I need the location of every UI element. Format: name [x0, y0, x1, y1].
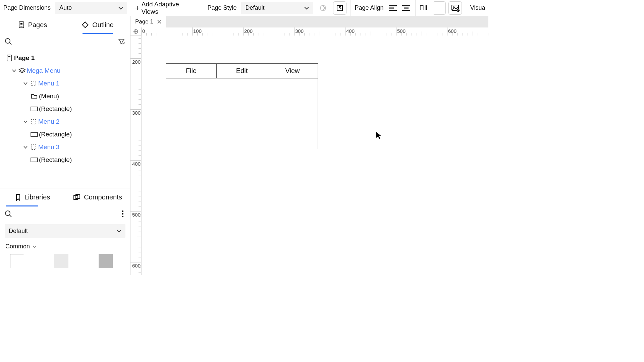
fill-label: Fill	[420, 4, 427, 11]
outline-tab[interactable]: Outline	[65, 16, 130, 34]
close-icon[interactable]	[157, 20, 161, 24]
outline-toolbar	[0, 34, 130, 50]
outline-item-menu-shape[interactable]: (Menu)	[3, 90, 127, 103]
library-select-value: Default	[9, 228, 28, 235]
page-dimensions-label: Page Dimensions	[3, 4, 51, 11]
swatch-box-light[interactable]	[54, 254, 68, 268]
canvas-tab-edit[interactable]: Edit	[217, 64, 267, 78]
page-tab-label: Page 1	[135, 18, 153, 25]
outline-item-rectangle[interactable]: (Rectangle)	[3, 128, 127, 141]
caret-down-icon[interactable]	[22, 145, 29, 149]
page-tabstrip: Page 1	[130, 16, 488, 27]
page-style-inherit-icon[interactable]	[317, 1, 330, 15]
canvas-tab-label: View	[285, 67, 300, 74]
outline-item-rectangle[interactable]: (Rectangle)	[3, 103, 127, 115]
outline-root-label: Page 1	[14, 54, 35, 62]
rectangle-icon	[30, 107, 39, 111]
outline-item-label: (Rectangle)	[39, 105, 72, 113]
canvas-tab-file[interactable]: File	[166, 64, 217, 78]
svg-point-18	[5, 39, 10, 43]
svg-rect-17	[83, 22, 88, 28]
library-swatches	[0, 252, 130, 275]
svg-point-37	[122, 216, 123, 217]
canvas-tab-label: File	[186, 67, 197, 74]
canvas[interactable]: File Edit View	[141, 36, 488, 275]
top-toolbar: Page Dimensions Auto + Add Adaptive View…	[0, 0, 488, 16]
svg-rect-25	[31, 81, 36, 86]
selection-group-icon	[29, 144, 38, 150]
page-style-select[interactable]: Default	[241, 2, 313, 14]
library-toolbar	[0, 206, 130, 222]
outline-item-menu-2[interactable]: Menu 2	[3, 115, 127, 128]
fill-image-button[interactable]	[448, 1, 462, 15]
page-style-label: Page Style	[207, 4, 236, 11]
main-area: Page 1 0100200300400500600 2003004005006…	[130, 16, 488, 275]
outline-tab-label: Outline	[92, 21, 113, 29]
search-icon[interactable]	[3, 208, 14, 220]
chevron-down-icon	[118, 6, 123, 10]
ruler-h-label: 0	[142, 28, 145, 34]
ruler-vertical[interactable]: 200300400500600	[130, 36, 141, 275]
pages-tab-label: Pages	[28, 21, 47, 29]
page-style-value: Default	[245, 4, 264, 11]
outline-item-mega-menu[interactable]: Mega Menu	[3, 64, 127, 77]
outline-item-label: (Rectangle)	[39, 131, 72, 138]
visual-label-fragment: Visua	[470, 4, 485, 11]
toolbar-separator	[351, 0, 351, 16]
more-icon[interactable]	[118, 208, 127, 220]
ruler-horizontal[interactable]: 0100200300400500600	[141, 27, 488, 36]
add-adaptive-views-button[interactable]: + Add Adaptive Views	[133, 2, 199, 14]
library-select[interactable]: Default	[5, 224, 125, 238]
svg-point-33	[5, 211, 10, 216]
canvas-tab-label: Edit	[236, 67, 248, 74]
library-section-heading[interactable]: Common	[0, 240, 130, 252]
svg-rect-27	[31, 119, 36, 124]
frame-origin-button[interactable]	[333, 1, 346, 15]
swatch-box-filled[interactable]	[99, 254, 113, 268]
search-icon[interactable]	[3, 36, 14, 47]
chevron-down-icon	[117, 229, 121, 233]
library-tabs: Libraries Components	[0, 188, 130, 206]
ruler-v-label: 500	[131, 212, 141, 218]
svg-marker-24	[19, 68, 25, 71]
canvas-tab-view[interactable]: View	[267, 64, 318, 78]
page-tab[interactable]: Page 1	[130, 16, 166, 27]
outline-item-label: Menu 2	[38, 118, 59, 125]
swatch-box-outline[interactable]	[10, 254, 24, 268]
ruler-origin[interactable]	[130, 27, 141, 36]
components-tab[interactable]: Components	[65, 188, 130, 206]
svg-point-35	[122, 210, 123, 212]
svg-line-20	[123, 43, 125, 44]
library-section-label: Common	[5, 243, 30, 250]
outline-item-menu-1[interactable]: Menu 1	[3, 77, 127, 90]
rectangle-icon	[30, 158, 39, 162]
caret-down-icon[interactable]	[22, 120, 29, 123]
outline-item-label: (Rectangle)	[39, 156, 72, 164]
libraries-tab[interactable]: Libraries	[0, 188, 65, 206]
svg-line-19	[9, 43, 11, 45]
outline-item-label: Mega Menu	[27, 67, 60, 74]
libraries-tab-label: Libraries	[24, 193, 50, 201]
filter-icon[interactable]	[116, 36, 127, 47]
left-sidebar: Pages Outline Page 1 Mega Menu	[0, 16, 130, 275]
align-left-button[interactable]	[388, 3, 398, 13]
page-dimensions-select[interactable]: Auto	[55, 2, 127, 14]
pages-tab[interactable]: Pages	[0, 16, 65, 34]
selection-group-icon	[29, 119, 38, 125]
outline-item-menu-3[interactable]: Menu 3	[3, 141, 127, 154]
ruler-v-label: 400	[131, 161, 141, 167]
folder-icon	[30, 94, 39, 99]
svg-rect-26	[31, 107, 38, 111]
chevron-down-icon	[304, 6, 309, 10]
caret-down-icon[interactable]	[22, 82, 29, 85]
canvas-widget-body[interactable]	[166, 78, 318, 149]
fill-color-button[interactable]	[433, 1, 446, 15]
canvas-origin-guide	[141, 36, 142, 275]
canvas-widget-mega-menu[interactable]: File Edit View	[166, 63, 318, 177]
caret-down-icon[interactable]	[11, 69, 17, 72]
outline-page-root[interactable]: Page 1	[3, 52, 127, 64]
add-adaptive-views-label: Add Adaptive Views	[142, 1, 197, 15]
align-center-button[interactable]	[401, 3, 411, 13]
svg-rect-30	[31, 158, 38, 162]
outline-item-rectangle[interactable]: (Rectangle)	[3, 154, 127, 166]
